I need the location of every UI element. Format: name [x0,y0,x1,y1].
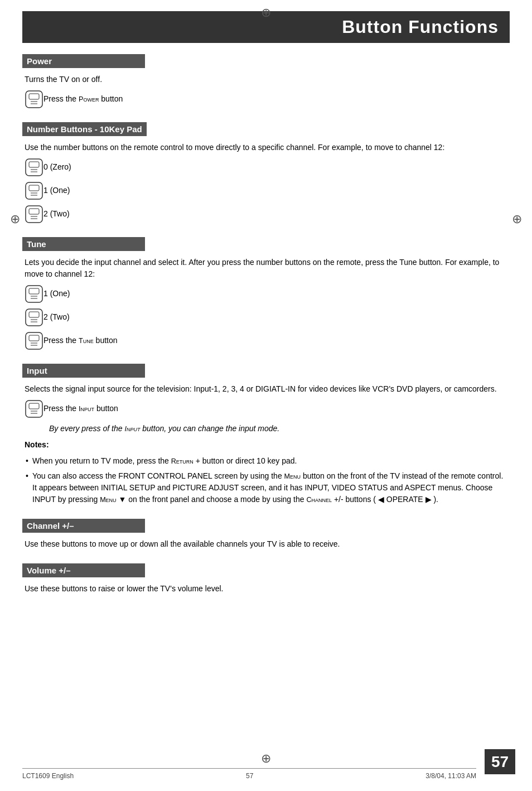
section-header-volume: Volume +/– [22,563,145,577]
svg-rect-17 [29,288,39,294]
svg-rect-13 [29,209,39,214]
tune-step-1: 1 (One) [25,284,507,303]
page-number: 57 [491,753,509,771]
note-item-2: You can also access the FRONT CONTROL PA… [25,470,507,505]
svg-rect-1 [29,94,39,99]
section-header-input: Input [22,364,145,378]
tune-step-2: 2 (Two) [25,308,507,327]
remote-button-icon-1 [25,181,43,200]
svg-rect-29 [29,403,39,409]
remote-button-icon-2 [25,205,43,224]
input-step-1: Press the Input button [25,399,507,418]
section-volume: Volume +/– Use these buttons to raise or… [22,563,510,595]
tune-description: Lets you decide the input channel and se… [25,257,507,280]
tune-step-1-text: 1 (One) [43,288,70,300]
channel-description: Use these buttons to move up or down all… [25,538,507,550]
section-header-channel: Channel +/– [22,519,145,533]
note-item-1: When you return to TV mode, press the Re… [25,455,507,467]
volume-description: Use these buttons to raise or lower the … [25,583,507,595]
tune-step-3-text: Press the Tune button [43,335,118,346]
section-body-tune: Lets you decide the input channel and se… [22,257,510,350]
number-step-2-text: 2 (Two) [43,209,70,220]
input-step-text: Press the Input button [43,403,118,414]
section-body-number-buttons: Use the number buttons on the remote con… [22,142,510,224]
input-italic-note: By every press of the Input button, you … [49,423,507,435]
compass-top-icon: ⊕ [261,6,271,20]
compass-right-icon: ⊕ [512,212,522,226]
svg-rect-9 [29,185,39,191]
number-step-0: 0 (Zero) [25,158,507,177]
footer-right: 3/8/04, 11:03 AM [425,772,476,780]
power-step-text: Press the Power button [43,94,123,105]
section-tune: Tune Lets you decide the input channel a… [22,237,510,350]
input-description: Selects the signal input source for the … [25,383,507,395]
power-description: Turns the TV on or off. [25,74,507,85]
remote-button-icon-tune-1 [25,284,43,303]
power-step-1: Press the Power button [25,90,507,109]
section-body-input: Selects the signal input source for the … [22,383,510,505]
footer-center: 57 [246,772,253,780]
section-number-buttons: Number Buttons - 10Key Pad Use the numbe… [22,122,510,224]
footer: LCT1609 English 57 3/8/04, 11:03 AM [22,768,476,780]
page-container: ⊕ ⊕ ⊕ Button Functions Power Turns the T… [0,0,532,791]
svg-rect-21 [29,312,39,317]
remote-button-icon-tune-2 [25,308,43,327]
tune-step-2-text: 2 (Two) [43,312,70,323]
svg-rect-25 [29,335,39,341]
section-body-power: Turns the TV on or off. Press the Power … [22,74,510,109]
number-step-1: 1 (One) [25,181,507,200]
page-number-box: 57 [485,749,515,774]
compass-left-icon: ⊕ [10,212,20,226]
remote-button-icon-tune-3 [25,331,43,350]
section-body-channel: Use these buttons to move up or down all… [22,538,510,550]
section-input: Input Selects the signal input source fo… [22,364,510,505]
notes-list: When you return to TV mode, press the Re… [25,455,507,505]
footer-left: LCT1609 English [22,772,74,780]
section-channel: Channel +/– Use these buttons to move up… [22,519,510,550]
remote-button-icon-input [25,399,43,418]
tune-step-3: Press the Tune button [25,331,507,350]
number-step-1-text: 1 (One) [43,185,70,196]
number-step-0-text: 0 (Zero) [43,162,71,173]
section-header-tune: Tune [22,237,145,251]
section-body-volume: Use these buttons to raise or lower the … [22,583,510,595]
section-header-power: Power [22,54,145,68]
notes-label: Notes: [25,439,507,451]
compass-bottom-icon: ⊕ [261,751,271,766]
remote-button-icon-0 [25,158,43,177]
number-step-2: 2 (Two) [25,205,507,224]
remote-button-icon [25,90,43,109]
number-buttons-description: Use the number buttons on the remote con… [25,142,507,153]
section-power: Power Turns the TV on or off. Press the … [22,54,510,109]
svg-rect-5 [29,162,39,167]
section-header-number-buttons: Number Buttons - 10Key Pad [22,122,147,136]
